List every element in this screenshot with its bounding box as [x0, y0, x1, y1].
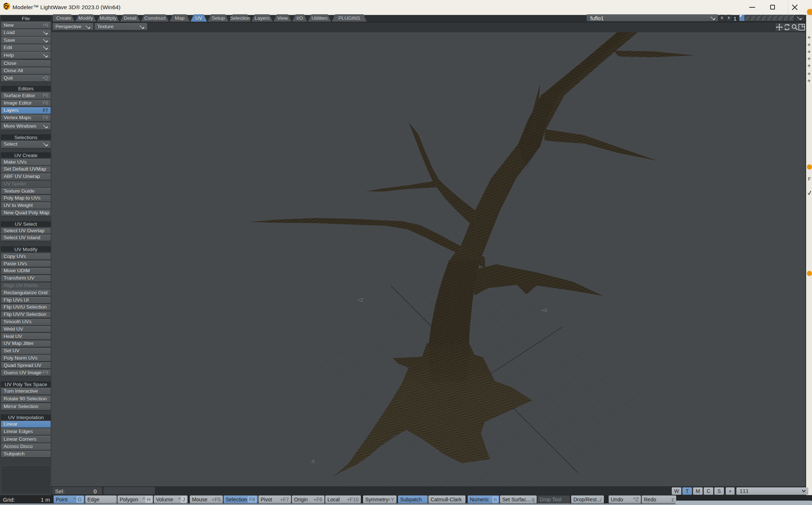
- svg-text:+Z: +Z: [358, 297, 363, 303]
- svg-text:+X: +X: [541, 308, 548, 313]
- svg-text:-X: -X: [310, 459, 315, 464]
